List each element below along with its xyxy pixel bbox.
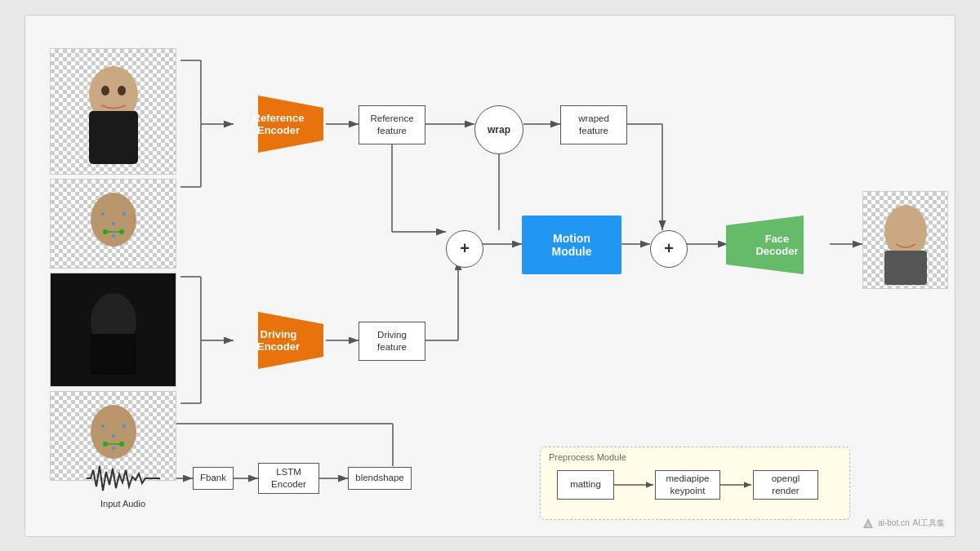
plus-circle-1: + [446,230,483,268]
motion-module-line2: Module [552,245,592,258]
svg-marker-58 [726,216,804,274]
reference-encoder: Reference Encoder [234,96,323,153]
opengl-box: opengl render [753,470,818,500]
svg-point-54 [112,447,115,450]
svg-rect-60 [884,251,927,285]
svg-point-38 [91,193,136,247]
svg-point-41 [112,222,115,225]
matting-box: matting [557,470,614,500]
svg-point-48 [91,405,136,459]
svg-rect-35 [89,111,138,164]
wrap-circle: wrap [474,105,523,154]
fbank-label: Fbank [200,472,226,484]
mediapipe-label: mediapipe keypoint [666,473,709,497]
driving-feature-box: Driving feature [359,322,425,361]
driving-feature-label: Driving feature [377,329,407,353]
watermark-url: ai-bot.cn [878,518,909,527]
wraped-feature-label: wraped feature [578,113,609,137]
reference-feature-label: Reference feature [370,113,413,137]
svg-point-37 [118,86,126,96]
watermark-icon [862,517,875,530]
blendshape-label: blendshape [355,472,403,484]
svg-marker-57 [258,312,323,369]
face-decoder: Face Decoder [726,216,828,274]
opengl-label: opengl render [772,473,800,497]
svg-point-44 [112,234,115,238]
preprocess-module: Preprocess Module matting mediapipe keyp… [540,447,850,520]
plus-circle-2: + [650,230,688,268]
preprocess-title: Preprocess Module [549,452,626,462]
reference-landmark-image [50,179,176,269]
motion-module-line1: Motion [552,232,592,245]
wraped-feature-box: wraped feature [560,105,627,144]
blendshape-box: blendshape [348,467,412,490]
reference-feature-box: Reference feature [359,105,425,144]
wrap-label: wrap [488,124,510,136]
svg-point-39 [101,212,105,216]
reference-face-image [50,48,176,175]
mediapipe-box: mediapipe keypoint [655,470,720,500]
svg-point-50 [122,424,126,428]
fbank-box: Fbank [193,467,234,490]
lstm-encoder-box: LSTM Encoder [258,463,319,494]
lstm-encoder-label: LSTM Encoder [271,466,306,491]
motion-module: Motion Module [522,216,621,274]
svg-point-49 [101,424,105,428]
plus-2-label: + [664,239,674,258]
svg-rect-47 [91,334,136,375]
watermark: ai-bot.cn AI工具集 [862,517,945,530]
plus-1-label: + [460,239,470,258]
input-audio-label: Input Audio [84,499,162,509]
diagram-container: Reference Encoder Reference feature wrap… [24,15,956,537]
svg-marker-56 [258,96,323,153]
driving-encoder: Driving Encoder [234,312,323,369]
audio-waveform-icon [84,460,162,497]
watermark-text: AI工具集 [913,518,945,529]
svg-point-51 [112,434,115,438]
output-face-image [862,191,948,289]
svg-point-40 [122,212,126,216]
driving-dark-image [50,273,176,387]
matting-label: matting [570,478,601,491]
svg-point-36 [101,86,109,96]
